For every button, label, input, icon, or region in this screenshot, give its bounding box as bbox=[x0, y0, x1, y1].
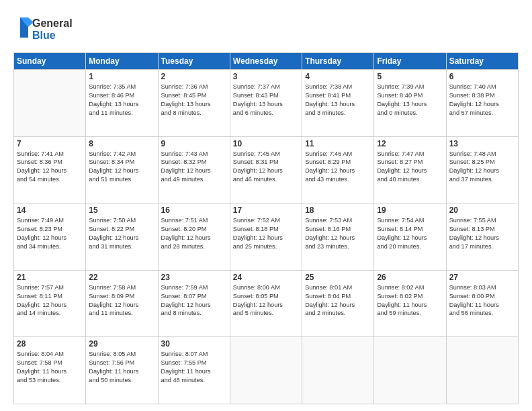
week-row-2: 14Sunrise: 7:49 AM Sunset: 8:23 PM Dayli… bbox=[14, 203, 519, 271]
day-info: Sunrise: 7:35 AM Sunset: 8:46 PM Dayligh… bbox=[89, 83, 154, 118]
week-row-1: 7Sunrise: 7:41 AM Sunset: 8:36 PM Daylig… bbox=[14, 136, 519, 203]
day-number: 21 bbox=[17, 273, 83, 282]
day-number: 4 bbox=[305, 72, 371, 81]
day-number: 16 bbox=[161, 205, 227, 215]
calendar-cell: 24Sunrise: 8:00 AM Sunset: 8:05 PM Dayli… bbox=[230, 270, 302, 337]
day-number: 9 bbox=[161, 139, 227, 148]
day-info: Sunrise: 7:58 AM Sunset: 8:09 PM Dayligh… bbox=[89, 283, 154, 318]
day-number: 27 bbox=[449, 273, 515, 282]
calendar-cell: 16Sunrise: 7:51 AM Sunset: 8:20 PM Dayli… bbox=[158, 203, 230, 271]
day-info: Sunrise: 8:02 AM Sunset: 8:02 PM Dayligh… bbox=[377, 283, 443, 318]
week-row-3: 21Sunrise: 7:57 AM Sunset: 8:11 PM Dayli… bbox=[14, 270, 519, 337]
calendar-cell bbox=[14, 70, 86, 137]
day-number: 24 bbox=[233, 273, 299, 282]
calendar-cell: 20Sunrise: 7:55 AM Sunset: 8:13 PM Dayli… bbox=[446, 203, 518, 271]
calendar-cell: 22Sunrise: 7:58 AM Sunset: 8:09 PM Dayli… bbox=[86, 270, 158, 337]
day-number: 23 bbox=[161, 273, 227, 282]
calendar-cell: 25Sunrise: 8:01 AM Sunset: 8:04 PM Dayli… bbox=[302, 270, 374, 337]
svg-text:Blue: Blue bbox=[32, 30, 56, 41]
calendar-cell: 9Sunrise: 7:43 AM Sunset: 8:32 PM Daylig… bbox=[158, 136, 230, 203]
day-info: Sunrise: 8:00 AM Sunset: 8:05 PM Dayligh… bbox=[233, 283, 299, 318]
calendar-cell: 30Sunrise: 8:07 AM Sunset: 7:55 PM Dayli… bbox=[158, 337, 230, 404]
day-info: Sunrise: 7:54 AM Sunset: 8:14 PM Dayligh… bbox=[377, 216, 443, 251]
day-info: Sunrise: 7:55 AM Sunset: 8:13 PM Dayligh… bbox=[449, 216, 515, 251]
day-info: Sunrise: 8:04 AM Sunset: 7:58 PM Dayligh… bbox=[17, 350, 83, 385]
calendar-cell: 15Sunrise: 7:50 AM Sunset: 8:22 PM Dayli… bbox=[86, 203, 158, 271]
calendar-cell bbox=[302, 337, 374, 404]
day-info: Sunrise: 8:05 AM Sunset: 7:56 PM Dayligh… bbox=[89, 350, 154, 385]
day-info: Sunrise: 7:48 AM Sunset: 8:25 PM Dayligh… bbox=[449, 150, 515, 185]
day-number: 1 bbox=[89, 72, 154, 81]
calendar-cell: 17Sunrise: 7:52 AM Sunset: 8:18 PM Dayli… bbox=[230, 203, 302, 271]
day-number: 25 bbox=[305, 273, 371, 282]
header: General Blue bbox=[13, 12, 519, 46]
day-number: 20 bbox=[449, 205, 515, 215]
logo-svg: General Blue bbox=[13, 12, 87, 46]
calendar-cell: 18Sunrise: 7:53 AM Sunset: 8:16 PM Dayli… bbox=[302, 203, 374, 271]
calendar-cell: 4Sunrise: 7:38 AM Sunset: 8:41 PM Daylig… bbox=[302, 70, 374, 137]
calendar-cell: 2Sunrise: 7:36 AM Sunset: 8:45 PM Daylig… bbox=[158, 70, 230, 137]
day-number: 22 bbox=[89, 273, 154, 282]
logo: General Blue bbox=[13, 12, 87, 46]
day-number: 13 bbox=[449, 139, 515, 148]
calendar-cell bbox=[446, 337, 518, 404]
day-number: 26 bbox=[377, 273, 443, 282]
calendar-cell: 7Sunrise: 7:41 AM Sunset: 8:36 PM Daylig… bbox=[14, 136, 86, 203]
day-number: 3 bbox=[233, 72, 299, 81]
day-info: Sunrise: 7:57 AM Sunset: 8:11 PM Dayligh… bbox=[17, 283, 83, 318]
calendar-cell: 14Sunrise: 7:49 AM Sunset: 8:23 PM Dayli… bbox=[14, 203, 86, 271]
day-number: 11 bbox=[305, 139, 371, 148]
day-number: 14 bbox=[17, 205, 83, 215]
day-info: Sunrise: 7:52 AM Sunset: 8:18 PM Dayligh… bbox=[233, 216, 299, 251]
calendar-cell: 29Sunrise: 8:05 AM Sunset: 7:56 PM Dayli… bbox=[86, 337, 158, 404]
weekday-header-row: SundayMondayTuesdayWednesdayThursdayFrid… bbox=[14, 53, 519, 70]
day-number: 5 bbox=[377, 72, 443, 81]
day-info: Sunrise: 8:01 AM Sunset: 8:04 PM Dayligh… bbox=[305, 283, 371, 318]
calendar-cell: 27Sunrise: 8:03 AM Sunset: 8:00 PM Dayli… bbox=[446, 270, 518, 337]
svg-text:General: General bbox=[32, 17, 73, 29]
weekday-header-sunday: Sunday bbox=[14, 53, 86, 70]
day-info: Sunrise: 7:39 AM Sunset: 8:40 PM Dayligh… bbox=[377, 83, 443, 118]
calendar-table: SundayMondayTuesdayWednesdayThursdayFrid… bbox=[13, 52, 519, 404]
day-info: Sunrise: 7:47 AM Sunset: 8:27 PM Dayligh… bbox=[377, 150, 443, 185]
day-number: 30 bbox=[161, 339, 227, 349]
weekday-header-wednesday: Wednesday bbox=[230, 53, 302, 70]
day-info: Sunrise: 7:46 AM Sunset: 8:29 PM Dayligh… bbox=[305, 150, 371, 185]
day-info: Sunrise: 7:42 AM Sunset: 8:34 PM Dayligh… bbox=[89, 150, 154, 185]
day-number: 28 bbox=[17, 339, 83, 349]
day-number: 15 bbox=[89, 205, 154, 215]
day-number: 6 bbox=[449, 72, 515, 81]
weekday-header-friday: Friday bbox=[374, 53, 446, 70]
day-number: 17 bbox=[233, 205, 299, 215]
week-row-4: 28Sunrise: 8:04 AM Sunset: 7:58 PM Dayli… bbox=[14, 337, 519, 404]
calendar-cell: 1Sunrise: 7:35 AM Sunset: 8:46 PM Daylig… bbox=[86, 70, 158, 137]
calendar-cell: 19Sunrise: 7:54 AM Sunset: 8:14 PM Dayli… bbox=[374, 203, 446, 271]
day-info: Sunrise: 8:07 AM Sunset: 7:55 PM Dayligh… bbox=[161, 350, 227, 385]
calendar-cell: 11Sunrise: 7:46 AM Sunset: 8:29 PM Dayli… bbox=[302, 136, 374, 203]
calendar-cell: 28Sunrise: 8:04 AM Sunset: 7:58 PM Dayli… bbox=[14, 337, 86, 404]
calendar-cell: 8Sunrise: 7:42 AM Sunset: 8:34 PM Daylig… bbox=[86, 136, 158, 203]
calendar-cell: 21Sunrise: 7:57 AM Sunset: 8:11 PM Dayli… bbox=[14, 270, 86, 337]
calendar-cell: 12Sunrise: 7:47 AM Sunset: 8:27 PM Dayli… bbox=[374, 136, 446, 203]
day-info: Sunrise: 7:45 AM Sunset: 8:31 PM Dayligh… bbox=[233, 150, 299, 185]
day-number: 18 bbox=[305, 205, 371, 215]
day-number: 2 bbox=[161, 72, 227, 81]
calendar-cell: 13Sunrise: 7:48 AM Sunset: 8:25 PM Dayli… bbox=[446, 136, 518, 203]
calendar-cell: 26Sunrise: 8:02 AM Sunset: 8:02 PM Dayli… bbox=[374, 270, 446, 337]
day-info: Sunrise: 7:38 AM Sunset: 8:41 PM Dayligh… bbox=[305, 83, 371, 118]
day-number: 10 bbox=[233, 139, 299, 148]
day-number: 12 bbox=[377, 139, 443, 148]
calendar-cell bbox=[374, 337, 446, 404]
day-info: Sunrise: 7:50 AM Sunset: 8:22 PM Dayligh… bbox=[89, 216, 154, 251]
day-info: Sunrise: 7:40 AM Sunset: 8:38 PM Dayligh… bbox=[449, 83, 515, 118]
calendar-cell: 3Sunrise: 7:37 AM Sunset: 8:43 PM Daylig… bbox=[230, 70, 302, 137]
calendar-cell: 23Sunrise: 7:59 AM Sunset: 8:07 PM Dayli… bbox=[158, 270, 230, 337]
calendar-cell bbox=[230, 337, 302, 404]
day-info: Sunrise: 7:36 AM Sunset: 8:45 PM Dayligh… bbox=[161, 83, 227, 118]
day-info: Sunrise: 7:43 AM Sunset: 8:32 PM Dayligh… bbox=[161, 150, 227, 185]
weekday-header-thursday: Thursday bbox=[302, 53, 374, 70]
day-info: Sunrise: 7:53 AM Sunset: 8:16 PM Dayligh… bbox=[305, 216, 371, 251]
calendar-cell: 10Sunrise: 7:45 AM Sunset: 8:31 PM Dayli… bbox=[230, 136, 302, 203]
day-number: 7 bbox=[17, 139, 83, 148]
weekday-header-monday: Monday bbox=[86, 53, 158, 70]
